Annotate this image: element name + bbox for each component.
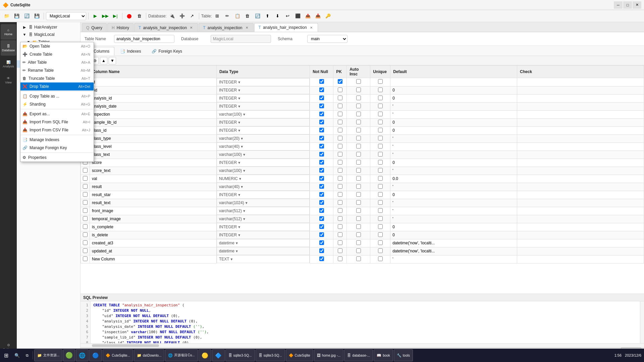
- row-select-cb-16[interactable]: [83, 208, 88, 213]
- col-check-input-21[interactable]: [519, 249, 642, 253]
- cm-export[interactable]: 📤 Export as... Alt+E: [20, 110, 94, 118]
- cm-import-csv[interactable]: 📥 Import From CSV File Alt+J: [20, 126, 94, 134]
- col-name-input-10[interactable]: [92, 160, 214, 165]
- toolbar-tbl-btn12[interactable]: 🔑: [323, 11, 333, 21]
- taskbar-tools[interactable]: 🔧 tools: [394, 349, 413, 361]
- col-pk-cb-14[interactable]: [338, 192, 342, 197]
- col-check-input-13[interactable]: [519, 184, 642, 189]
- col-name-input-20[interactable]: [92, 241, 214, 245]
- col-default-input-1[interactable]: [392, 88, 515, 93]
- col-check-input-15[interactable]: [519, 200, 642, 205]
- col-type-dropdown-21[interactable]: ▼: [235, 249, 238, 253]
- tab-analysis-hair-1[interactable]: T analysis_hair_inspection ✕: [134, 23, 198, 32]
- col-check-input-9[interactable]: [519, 152, 642, 157]
- col-notnull-cb-1[interactable]: [319, 87, 324, 92]
- col-type-dropdown-1[interactable]: ▼: [237, 88, 241, 92]
- col-type-dropdown-12[interactable]: ▼: [238, 177, 242, 181]
- col-check-input-0[interactable]: [519, 80, 642, 84]
- taskbar-cutesqlite[interactable]: 🔶 CuteSqlite...: [103, 349, 133, 361]
- col-autoinc-cb-18[interactable]: [356, 224, 361, 229]
- tab-analysis-hair-2[interactable]: T analysis_hair_inspection ✕: [254, 23, 318, 32]
- schema-select[interactable]: main: [307, 35, 347, 43]
- search-button[interactable]: 🔍: [12, 349, 22, 361]
- col-default-input-20[interactable]: [392, 241, 515, 245]
- col-notnull-cb-19[interactable]: [319, 232, 324, 237]
- col-notnull-cb-10[interactable]: [319, 160, 324, 165]
- sql-scrollbar-v[interactable]: [640, 301, 644, 343]
- col-notnull-cb-22[interactable]: [319, 256, 324, 261]
- toolbar-db-btn2[interactable]: ➕: [177, 11, 187, 21]
- col-type-dropdown-8[interactable]: ▼: [240, 145, 244, 148]
- toolbar-run[interactable]: ▶: [91, 11, 100, 21]
- col-pk-cb-17[interactable]: [338, 216, 342, 221]
- col-unique-cb-17[interactable]: [378, 216, 383, 221]
- col-autoinc-cb-12[interactable]: [356, 176, 361, 181]
- col-unique-cb-19[interactable]: [378, 232, 383, 237]
- col-type-dropdown-19[interactable]: ▼: [237, 233, 241, 237]
- col-notnull-cb-21[interactable]: [319, 248, 324, 253]
- col-check-input-20[interactable]: [519, 241, 642, 245]
- row-select-cb-15[interactable]: [83, 200, 88, 205]
- toolbar-db-btn3[interactable]: ↗: [187, 11, 197, 21]
- col-down-btn[interactable]: ▼: [109, 57, 116, 64]
- col-type-dropdown-18[interactable]: ▼: [237, 225, 241, 229]
- toolbar-tbl-btn5[interactable]: 🔃: [253, 11, 262, 21]
- col-notnull-cb-7[interactable]: [319, 136, 324, 140]
- col-check-input-16[interactable]: [519, 208, 642, 213]
- col-pk-cb-19[interactable]: [338, 232, 342, 237]
- col-notnull-cb-17[interactable]: [319, 216, 324, 221]
- col-pk-cb-22[interactable]: [338, 256, 342, 261]
- maximize-button[interactable]: □: [623, 1, 632, 9]
- col-unique-cb-15[interactable]: [378, 200, 383, 205]
- sidebar-icon-analysis[interactable]: 📊 Analysis: [1, 56, 16, 72]
- col-name-input-3[interactable]: [92, 104, 214, 109]
- col-pk-cb-7[interactable]: [338, 136, 342, 140]
- cm-create-table[interactable]: ➕ Create Table Alt+N: [20, 50, 94, 58]
- col-notnull-cb-15[interactable]: [319, 200, 324, 205]
- col-default-input-10[interactable]: [392, 160, 515, 165]
- col-type-dropdown-14[interactable]: ▼: [237, 193, 241, 197]
- row-select-cb-12[interactable]: [83, 176, 88, 181]
- cm-open-table[interactable]: 📂 Open Table Alt+O: [20, 42, 94, 50]
- col-autoinc-cb-20[interactable]: [356, 240, 361, 245]
- col-check-input-14[interactable]: [519, 192, 642, 197]
- toolbar-btn-2[interactable]: 💾: [12, 11, 21, 21]
- sidebar-icon-view[interactable]: 👁 View: [1, 72, 16, 88]
- col-pk-cb-13[interactable]: [338, 184, 342, 189]
- col-name-input-5[interactable]: [92, 120, 214, 125]
- col-name-input-22[interactable]: [92, 257, 214, 261]
- col-pk-cb-6[interactable]: [338, 128, 342, 132]
- row-select-cb-21[interactable]: [83, 248, 88, 253]
- taskbar-app3[interactable]: 🔵: [89, 349, 102, 361]
- col-check-input-11[interactable]: [519, 168, 642, 173]
- col-notnull-cb-0[interactable]: [319, 79, 324, 84]
- col-default-input-12[interactable]: [392, 176, 515, 181]
- col-unique-cb-18[interactable]: [378, 224, 383, 229]
- col-autoinc-cb-10[interactable]: [356, 160, 361, 165]
- col-name-input-18[interactable]: [92, 225, 214, 229]
- col-pk-cb-15[interactable]: [338, 200, 342, 205]
- toolbar-tbl-btn8[interactable]: ↩: [283, 11, 292, 21]
- taskbar-file-explorer[interactable]: 📁 文件资源...: [34, 349, 62, 361]
- col-notnull-cb-9[interactable]: [319, 152, 324, 157]
- col-autoinc-cb-6[interactable]: [356, 128, 361, 132]
- taskbar-sqlite3-2[interactable]: 🗄 sqlite3-SQ...: [256, 349, 285, 361]
- col-type-dropdown-4[interactable]: ▼: [243, 113, 246, 116]
- col-default-input-3[interactable]: [392, 104, 515, 109]
- col-name-input-2[interactable]: [92, 96, 214, 101]
- tree-item-magiclocal[interactable]: ▼ 🗄 MagicLocal: [17, 31, 80, 38]
- col-name-input-11[interactable]: [92, 168, 214, 173]
- col-default-input-8[interactable]: [392, 144, 515, 149]
- col-pk-cb-18[interactable]: [338, 224, 342, 229]
- col-name-input-6[interactable]: [92, 128, 214, 133]
- col-name-input-9[interactable]: [92, 152, 214, 157]
- sub-tab-indexes[interactable]: 📑 Indexes: [115, 47, 146, 56]
- col-default-input-9[interactable]: [392, 152, 515, 157]
- toolbar-btn-1[interactable]: 📁: [2, 11, 11, 21]
- taskbar-app2[interactable]: 🟢: [63, 349, 75, 361]
- taskbar-database[interactable]: 🗄 database-...: [344, 349, 373, 361]
- col-name-input-0[interactable]: [92, 80, 214, 84]
- col-type-dropdown-7[interactable]: ▼: [240, 137, 244, 140]
- toolbar-clear[interactable]: 🗑: [135, 11, 144, 21]
- cm-manage-fk[interactable]: 🔗 Manage Foreign Key: [20, 144, 94, 152]
